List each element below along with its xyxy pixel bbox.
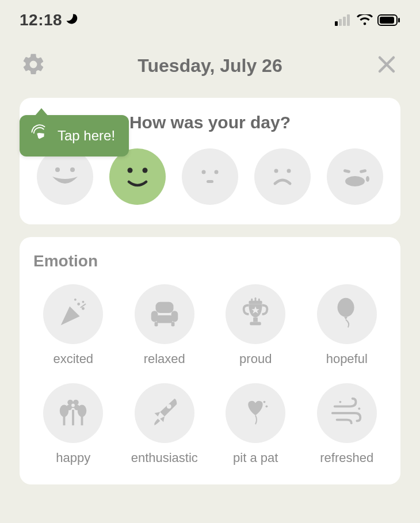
trophy-icon	[238, 295, 273, 333]
emotion-item-hopeful[interactable]: hopeful	[310, 284, 384, 366]
svg-rect-3	[347, 14, 350, 26]
page-title: Tuesday, July 26	[138, 55, 282, 77]
mood-option-bad[interactable]	[254, 148, 311, 205]
tooltip-text: Tap here!	[58, 128, 115, 144]
emotion-item-refreshed[interactable]: refreshed	[310, 383, 384, 465]
emotion-label: enthusiastic	[131, 451, 198, 465]
svg-point-16	[274, 169, 278, 173]
svg-point-22	[78, 303, 81, 306]
emotion-item-enthusiastic[interactable]: enthusiastic	[127, 383, 202, 465]
emotion-item-relaxed[interactable]: relaxed	[127, 284, 202, 366]
emotion-card: Emotion excited	[20, 237, 400, 484]
flowers-icon	[55, 394, 91, 432]
status-left: 12:18	[20, 11, 78, 29]
svg-point-40	[337, 298, 354, 317]
svg-rect-27	[155, 302, 173, 313]
svg-rect-0	[335, 21, 338, 26]
emotion-label: happy	[56, 451, 90, 465]
svg-rect-18	[343, 169, 351, 173]
svg-rect-19	[360, 169, 367, 173]
emotion-label: excited	[53, 352, 93, 366]
svg-rect-31	[154, 322, 158, 327]
status-bar: 12:18	[0, 0, 420, 36]
gear-icon	[21, 52, 46, 79]
svg-rect-39	[258, 299, 260, 302]
header: Tuesday, July 26	[0, 36, 420, 85]
emotion-item-happy[interactable]: happy	[36, 383, 110, 465]
mood-option-great[interactable]	[37, 148, 93, 205]
svg-point-12	[143, 168, 148, 173]
mood-option-good[interactable]	[109, 148, 166, 205]
svg-point-53	[167, 404, 171, 409]
emotion-grid: excited relaxed	[33, 284, 387, 465]
svg-point-24	[82, 301, 85, 303]
emotion-item-pit-a-pat[interactable]: pit a pat	[218, 383, 293, 465]
svg-rect-30	[156, 315, 172, 323]
armchair-icon	[147, 295, 182, 333]
svg-rect-45	[81, 415, 83, 425]
rocket-icon	[147, 394, 182, 432]
mood-option-awful[interactable]	[327, 148, 383, 205]
emotion-label: proud	[239, 352, 272, 366]
status-time: 12:18	[20, 11, 62, 29]
svg-point-20	[345, 176, 365, 186]
svg-point-48	[74, 405, 80, 411]
svg-point-10	[70, 167, 75, 172]
svg-rect-35	[250, 322, 261, 326]
close-icon	[376, 54, 397, 77]
svg-point-21	[366, 176, 369, 182]
svg-rect-52	[72, 410, 74, 425]
heart-balloon-icon	[238, 394, 273, 432]
svg-rect-15	[207, 180, 213, 183]
svg-point-11	[128, 168, 133, 173]
svg-point-55	[266, 406, 268, 408]
mood-row	[33, 148, 387, 205]
tap-icon	[30, 124, 49, 147]
svg-rect-32	[171, 322, 174, 327]
emotion-section-title: Emotion	[33, 252, 387, 270]
svg-point-23	[82, 307, 85, 310]
emotion-item-proud[interactable]: proud	[218, 284, 293, 366]
svg-point-57	[358, 407, 360, 410]
svg-point-25	[74, 299, 77, 301]
svg-point-47	[67, 405, 72, 411]
battery-icon	[377, 14, 400, 26]
emotion-label: hopeful	[326, 352, 368, 366]
svg-rect-5	[380, 17, 394, 24]
svg-point-9	[55, 167, 60, 172]
svg-rect-37	[251, 299, 253, 302]
svg-point-13	[202, 170, 206, 174]
wind-icon	[329, 394, 365, 432]
svg-point-56	[339, 401, 341, 403]
status-right	[335, 14, 400, 26]
svg-point-54	[264, 401, 266, 403]
mood-option-neutral[interactable]	[182, 148, 238, 205]
svg-point-17	[287, 169, 291, 173]
svg-rect-1	[339, 19, 342, 26]
emotion-label: refreshed	[320, 451, 373, 465]
do-not-disturb-icon	[66, 13, 78, 28]
svg-point-51	[71, 404, 75, 407]
close-button[interactable]	[373, 52, 400, 79]
settings-button[interactable]	[20, 52, 47, 79]
emotion-label: relaxed	[144, 352, 185, 366]
emotion-label: pit a pat	[233, 451, 278, 465]
wifi-icon	[357, 14, 373, 26]
svg-rect-2	[343, 17, 346, 26]
emotion-item-excited[interactable]: excited	[36, 284, 110, 366]
cellular-icon	[335, 14, 352, 26]
svg-rect-43	[63, 415, 66, 425]
party-popper-icon	[55, 295, 91, 333]
svg-rect-6	[398, 18, 400, 22]
balloon-icon	[329, 295, 365, 333]
svg-rect-38	[255, 297, 257, 302]
svg-marker-41	[344, 317, 348, 320]
svg-rect-34	[253, 318, 258, 322]
tap-here-tooltip[interactable]: Tap here!	[20, 115, 129, 156]
svg-point-14	[215, 170, 219, 174]
